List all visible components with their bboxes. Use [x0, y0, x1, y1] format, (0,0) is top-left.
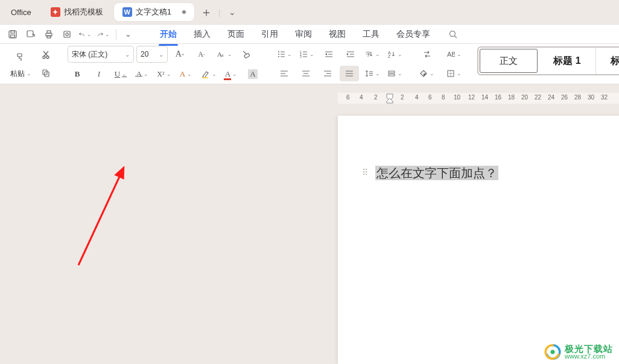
- ruler-tick: 4: [360, 94, 363, 101]
- print-preview-icon[interactable]: [60, 28, 74, 41]
- menu-insert[interactable]: 插入: [185, 26, 219, 43]
- ruler-tick: 24: [548, 94, 554, 101]
- paste-button[interactable]: 粘贴⌄: [7, 67, 34, 79]
- menu-view[interactable]: 视图: [320, 26, 354, 43]
- change-case-icon[interactable]: Aa ⌄: [214, 46, 235, 62]
- tab-office[interactable]: Office: [2, 3, 40, 21]
- tab-menu-button[interactable]: ⌄: [223, 2, 242, 22]
- print-icon[interactable]: [42, 28, 56, 41]
- tab-document[interactable]: W 文字文稿1: [114, 3, 194, 21]
- style-h2[interactable]: 标题 2: [596, 48, 619, 74]
- group-misc-2: AB⌄ ⌄: [440, 46, 468, 81]
- template-icon: ✦: [51, 7, 60, 17]
- align-center-button[interactable]: [296, 66, 316, 81]
- watermark-title: 极光下载站: [565, 344, 613, 353]
- number-list-button[interactable]: 123⌄: [297, 46, 317, 62]
- ruler-tick: 26: [561, 94, 568, 101]
- tab-templates[interactable]: ✦ 找稻壳模板: [42, 3, 112, 21]
- superscript-button[interactable]: X²⌄: [154, 66, 174, 82]
- svg-text:字: 字: [366, 51, 371, 57]
- ruler-tick: 32: [601, 94, 608, 101]
- increase-indent-button[interactable]: [341, 46, 360, 62]
- increase-font-icon[interactable]: A+: [170, 46, 189, 62]
- align-left-button[interactable]: [275, 66, 294, 81]
- search-icon[interactable]: [448, 30, 458, 39]
- align-justify-button[interactable]: [340, 66, 359, 81]
- font-name-select[interactable]: 宋体 (正文) ⌄: [68, 46, 134, 63]
- font-size-select[interactable]: 20 ⌄: [136, 46, 168, 63]
- svg-rect-7: [64, 31, 70, 37]
- page-content: 怎么在文字下面加点？: [375, 165, 498, 181]
- drag-handle-icon[interactable]: ⠿: [362, 168, 367, 177]
- italic-button[interactable]: I: [89, 66, 109, 82]
- text-effect-button[interactable]: A⌄: [176, 66, 195, 82]
- format-painter-icon[interactable]: [7, 49, 34, 65]
- svg-rect-1: [11, 31, 14, 33]
- line-spacing-button[interactable]: ⌄: [363, 66, 383, 81]
- svg-rect-60: [389, 74, 395, 76]
- align-right-button[interactable]: [318, 66, 337, 81]
- tab-templates-label: 找稻壳模板: [64, 7, 103, 17]
- paragraph-spacing-button[interactable]: ⌄: [385, 66, 405, 81]
- tab-close-icon[interactable]: [182, 10, 186, 14]
- qa-dropdown-icon[interactable]: ⌄: [121, 28, 135, 41]
- menu-start[interactable]: 开始: [151, 26, 185, 43]
- ruler[interactable]: 6422468101214161820222426283032: [338, 93, 619, 104]
- bold-button[interactable]: B: [68, 66, 87, 82]
- strikethrough-button[interactable]: A⌄: [133, 66, 152, 82]
- border-button[interactable]: ⌄: [444, 66, 464, 81]
- underline-button[interactable]: U⌄: [111, 66, 130, 82]
- document-area: 6422468101214161820222426283032 ⠿ 怎么在文字下…: [0, 84, 619, 364]
- style-body[interactable]: 正文: [480, 49, 538, 73]
- svg-point-8: [66, 33, 69, 36]
- ruler-tick: 4: [415, 94, 419, 101]
- svg-rect-0: [9, 31, 16, 38]
- menu-review[interactable]: 审阅: [287, 26, 320, 43]
- style-h1[interactable]: 标题 1: [539, 48, 596, 74]
- find-replace-button[interactable]: [417, 46, 437, 62]
- decrease-font-icon[interactable]: A-: [192, 46, 211, 62]
- copy-icon[interactable]: [36, 65, 56, 81]
- char-shading-button[interactable]: A: [243, 66, 262, 82]
- svg-line-14: [44, 51, 48, 56]
- shading-button[interactable]: ⌄: [417, 66, 437, 81]
- menu-bar: 开始 插入 页面 引用 审阅 视图 工具 会员专享: [151, 26, 439, 43]
- text-direction-button[interactable]: 字⌄: [363, 46, 383, 62]
- tab-separator: |: [218, 8, 220, 17]
- menu-page[interactable]: 页面: [219, 26, 253, 43]
- svg-rect-59: [389, 71, 395, 73]
- quick-access-bar: ⌄ ⌄ ⌄ 开始 插入 页面 引用 审阅 视图 工具 会员专享: [0, 24, 619, 43]
- sort-button[interactable]: AZ⌄: [385, 46, 405, 62]
- annotation-arrow-icon: [72, 163, 145, 271]
- undo-icon[interactable]: ⌄: [78, 28, 92, 41]
- pilcrow-button[interactable]: AB⌄: [444, 46, 464, 62]
- selected-text[interactable]: 怎么在文字下面加点？: [375, 166, 498, 180]
- menu-tools[interactable]: 工具: [354, 26, 388, 43]
- svg-rect-2: [11, 35, 15, 37]
- group-clipboard: 粘贴⌄: [4, 46, 59, 81]
- save-icon[interactable]: [6, 28, 19, 41]
- ruler-tick: 18: [508, 94, 515, 101]
- highlight-button[interactable]: ⌄: [198, 66, 219, 82]
- svg-point-25: [278, 54, 279, 55]
- left-margin-marker-icon[interactable]: [386, 98, 394, 104]
- save-as-icon[interactable]: [24, 28, 37, 41]
- decrease-indent-button[interactable]: [319, 46, 338, 62]
- bullet-list-button[interactable]: ⌄: [275, 46, 294, 62]
- menu-reference[interactable]: 引用: [253, 26, 287, 43]
- ruler-tick: 6: [346, 94, 350, 101]
- cut-icon[interactable]: [36, 47, 56, 63]
- font-color-button[interactable]: A ⌄: [221, 66, 241, 82]
- menu-member[interactable]: 会员专享: [388, 26, 439, 43]
- tab-add-button[interactable]: ＋: [197, 2, 216, 22]
- clear-format-icon[interactable]: [237, 46, 256, 62]
- font-size-value: 20: [141, 50, 148, 58]
- watermark-url: www.xz7.com: [565, 353, 613, 360]
- doc-icon: W: [122, 7, 132, 17]
- redo-icon[interactable]: ⌄: [97, 28, 110, 41]
- svg-point-9: [450, 31, 456, 36]
- svg-text:3: 3: [300, 55, 302, 58]
- ruler-tick: 6: [428, 94, 432, 101]
- page[interactable]: ⠿ 怎么在文字下面加点？: [338, 116, 619, 364]
- svg-line-15: [43, 51, 48, 56]
